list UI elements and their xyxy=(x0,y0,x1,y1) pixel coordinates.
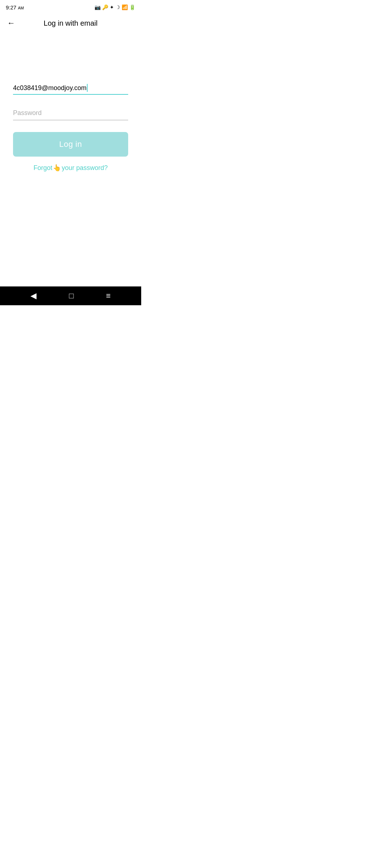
top-nav: ← Log in with email xyxy=(0,13,141,33)
password-input[interactable] xyxy=(13,106,128,120)
forgot-password-container: Forgot👆your password? xyxy=(13,164,128,172)
wifi-icon: 📶 xyxy=(122,4,128,10)
cursor-hand-icon: 👆 xyxy=(53,164,61,172)
email-input-group: 4c038419@moodjoy.com xyxy=(13,84,128,95)
camera-icon: 📷 xyxy=(94,4,101,10)
forgot-password-text-after: your password? xyxy=(62,164,108,171)
forgot-password-text-before: Forgot xyxy=(33,164,52,171)
back-button[interactable]: ← xyxy=(7,19,15,27)
forgot-password-link[interactable]: Forgot👆your password? xyxy=(33,164,108,171)
page-title: Log in with email xyxy=(44,19,98,27)
bottom-nav-bar: ◀ □ ≡ xyxy=(0,286,141,305)
key-icon: 🔑 xyxy=(102,4,108,10)
nav-home-button[interactable]: □ xyxy=(66,288,76,303)
nav-back-button[interactable]: ◀ xyxy=(28,288,39,303)
status-bar: 9:27 AM 📷 🔑 ✦ ☽ 📶 🔋 xyxy=(0,0,141,13)
cursor-indicator xyxy=(87,84,88,92)
password-input-group xyxy=(13,106,128,120)
battery-icon: 🔋 xyxy=(129,4,135,10)
login-form: 4c038419@moodjoy.com Log in Forgot👆your … xyxy=(0,84,141,172)
nav-menu-button[interactable]: ≡ xyxy=(103,288,114,303)
bluetooth-icon: ✦ xyxy=(110,4,114,10)
status-time: 9:27 AM xyxy=(6,4,24,10)
email-value: 4c038419@moodjoy.com xyxy=(13,84,87,92)
login-button[interactable]: Log in xyxy=(13,132,128,157)
status-icons: 📷 🔑 ✦ ☽ 📶 🔋 xyxy=(94,4,135,10)
moon-icon: ☽ xyxy=(115,4,120,10)
